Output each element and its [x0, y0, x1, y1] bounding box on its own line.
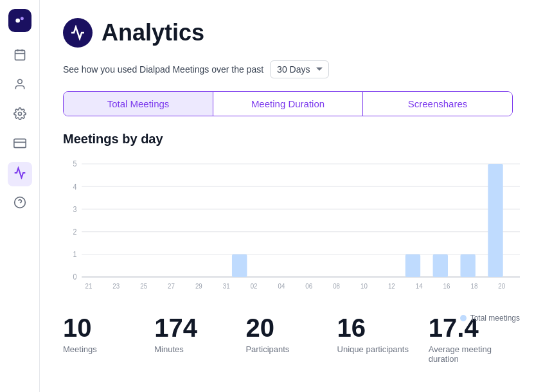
tab-screenshares[interactable]: Screenshares	[363, 92, 512, 116]
svg-text:20: 20	[498, 282, 505, 290]
analytics-icon	[13, 166, 26, 183]
stat-minutes: 174 Minutes	[154, 314, 245, 354]
svg-rect-29	[488, 164, 503, 277]
tab-total-meetings[interactable]: Total Meetings	[64, 92, 213, 116]
svg-rect-2	[15, 50, 24, 60]
legend-label: Total meetings	[470, 314, 520, 323]
svg-rect-27	[433, 254, 448, 277]
svg-text:04: 04	[278, 282, 285, 290]
tab-meeting-duration[interactable]: Meeting Duration	[213, 92, 363, 116]
svg-text:21: 21	[85, 282, 93, 290]
card-icon	[13, 137, 26, 153]
svg-text:3: 3	[73, 205, 76, 213]
svg-point-6	[17, 79, 22, 84]
sidebar-item-contacts[interactable]	[8, 73, 32, 98]
svg-text:02: 02	[251, 282, 258, 290]
svg-text:14: 14	[416, 282, 423, 290]
sidebar-item-billing[interactable]	[8, 132, 32, 157]
svg-point-0	[15, 19, 20, 23]
svg-text:4: 4	[73, 183, 77, 191]
gear-icon	[13, 107, 26, 123]
svg-text:1: 1	[73, 251, 76, 259]
chart-legend: Total meetings	[460, 314, 520, 323]
stat-unique-label: Unique participants	[337, 344, 409, 354]
stat-participants: 20 Participants	[245, 314, 337, 354]
svg-rect-25	[232, 254, 247, 277]
stat-minutes-label: Minutes	[154, 344, 184, 354]
help-icon	[13, 196, 26, 212]
svg-text:06: 06	[305, 282, 312, 290]
svg-point-7	[18, 112, 21, 115]
svg-text:12: 12	[388, 282, 395, 290]
stat-participants-value: 20	[245, 314, 274, 342]
svg-text:23: 23	[112, 282, 120, 290]
stat-unique-participants: 16 Unique participants	[337, 314, 429, 354]
app-logo	[8, 9, 31, 32]
svg-point-1	[20, 17, 23, 20]
subtitle-text: See how you used Dialpad Meetings over t…	[63, 64, 263, 75]
svg-text:31: 31	[223, 282, 230, 290]
tabs-container: Total Meetings Meeting Duration Screensh…	[63, 91, 513, 116]
sidebar	[0, 0, 40, 392]
svg-text:0: 0	[73, 273, 76, 281]
svg-text:08: 08	[333, 282, 340, 290]
stat-avg-label: Average meetingduration	[429, 344, 492, 364]
svg-text:16: 16	[443, 282, 450, 290]
stat-minutes-value: 174	[154, 314, 197, 342]
sidebar-item-analytics[interactable]	[8, 162, 32, 186]
page-title: Analytics	[102, 19, 204, 46]
stat-meetings-label: Meetings	[63, 344, 97, 354]
chart-section-title: Meetings by day	[63, 132, 520, 147]
stat-meetings-value: 10	[63, 314, 92, 342]
svg-text:10: 10	[361, 282, 368, 290]
svg-rect-8	[13, 139, 25, 147]
sidebar-item-help[interactable]	[8, 192, 32, 216]
svg-text:5: 5	[73, 160, 76, 168]
legend-dot	[460, 315, 467, 321]
svg-rect-28	[460, 254, 475, 277]
page-header: Analytics	[63, 18, 520, 48]
sidebar-item-settings[interactable]	[8, 103, 32, 127]
chart-container: 5 4 3 2 1 0 21 23 25 27 29 31	[63, 157, 520, 298]
calendar-icon	[13, 48, 26, 64]
main-content: Analytics See how you used Dialpad Meeti…	[40, 0, 543, 392]
stat-unique-value: 16	[337, 314, 366, 342]
svg-text:25: 25	[140, 282, 147, 290]
stat-meetings: 10 Meetings	[63, 314, 154, 354]
stat-participants-label: Participants	[245, 344, 289, 354]
svg-text:29: 29	[195, 282, 202, 290]
person-icon	[13, 78, 26, 94]
bar-chart: 5 4 3 2 1 0 21 23 25 27 29 31	[63, 157, 520, 298]
page-icon	[63, 18, 93, 48]
svg-text:2: 2	[73, 227, 76, 236]
svg-text:27: 27	[168, 282, 175, 290]
period-select[interactable]: 30 Days 7 Days 14 Days 60 Days 90 Days	[270, 60, 329, 78]
stats-row: 10 Meetings 174 Minutes 20 Participants …	[63, 314, 520, 364]
svg-rect-26	[405, 254, 420, 277]
subtitle-row: See how you used Dialpad Meetings over t…	[63, 60, 520, 78]
svg-text:18: 18	[470, 282, 477, 290]
sidebar-item-calendar[interactable]	[8, 44, 32, 68]
